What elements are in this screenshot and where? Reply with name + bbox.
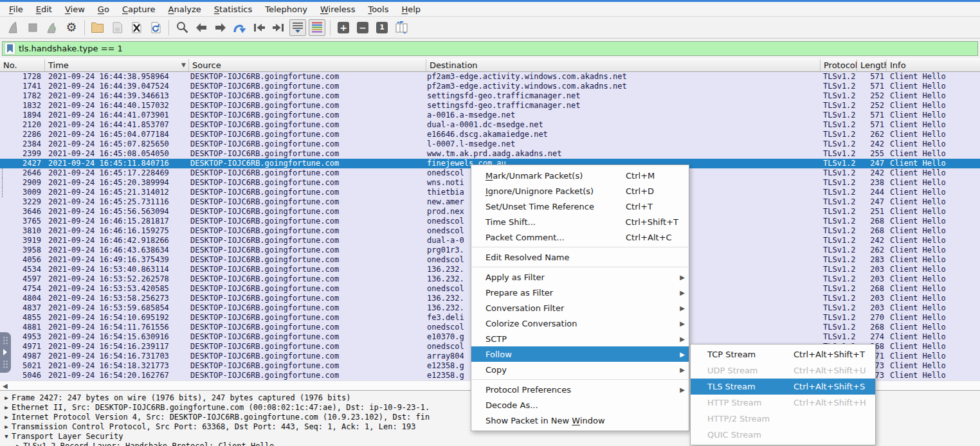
capture-options-icon[interactable]: ⚙ [62,19,80,37]
cell-no: 2427 [0,159,45,168]
packet-list-header: No. Time ▼ Source Destination Protocol L… [0,59,980,72]
context-menu-item-sctp[interactable]: SCTP▶ [471,331,689,346]
menu-capture[interactable]: Capture [116,3,162,15]
context-menu-item-apply-as-filter[interactable]: Apply as Filter▶ [471,269,689,285]
menu-statistics[interactable]: Statistics [208,3,259,15]
cell-time: 2021-09-24 16:44:40.157032 [45,101,189,111]
cell-src: DESKTOP-IOJC6RB.goingfortune.com [189,361,426,371]
go-first-icon[interactable] [250,19,268,37]
cell-time: 2021-09-24 16:46:16.159275 [45,226,189,236]
column-header-protocol[interactable]: Protocol [821,59,857,71]
open-file-icon[interactable] [89,19,107,37]
context-menu-item-colorize-conversation[interactable]: Colorize Conversation▶ [471,316,689,331]
packet-row[interactable]: 23842021-09-24 16:45:07.825650DESKTOP-IO… [0,139,980,149]
menu-telephony[interactable]: Telephony [259,3,314,15]
column-header-source[interactable]: Source [189,59,426,71]
cell-no: 3229 [0,197,45,207]
save-file-icon[interactable] [108,19,126,37]
collapsed-arrow-icon[interactable]: ▶ [1,422,12,432]
collapsed-arrow-icon[interactable]: ▶ [1,393,12,403]
cell-len: 251 [857,207,887,217]
close-file-icon[interactable] [127,19,145,37]
packet-row[interactable]: 22862021-09-24 16:45:04.077184DESKTOP-IO… [0,130,980,139]
resize-columns-icon[interactable] [392,19,410,37]
menu-view[interactable]: View [59,3,91,15]
context-menu-item-conversation-filter[interactable]: Conversation Filter▶ [471,300,689,316]
find-packet-icon[interactable] [173,19,191,37]
packet-row[interactable]: 17412021-09-24 16:44:39.047524DESKTOP-IO… [0,82,980,91]
submenu-item-tcp-stream[interactable]: TCP StreamCtrl+Alt+Shift+T [691,346,875,362]
packet-row[interactable]: 17282021-09-24 16:44:38.958964DESKTOP-IO… [0,72,980,82]
menu-analyze[interactable]: Analyze [162,3,208,15]
go-forward-icon[interactable] [212,19,230,37]
scroll-left-icon[interactable]: ◀ [0,382,8,389]
go-back-icon[interactable] [192,19,210,37]
context-menu-item-decode-as[interactable]: Decode As... [471,397,689,413]
column-header-time[interactable]: Time ▼ [45,59,189,71]
start-capture-icon[interactable] [5,19,23,37]
restart-capture-icon[interactable] [43,19,61,37]
context-menu-item-show-packet-in-new-window[interactable]: Show Packet in New Window [471,413,689,428]
packet-row[interactable]: 21202021-09-24 16:44:41.853707DESKTOP-IO… [0,120,980,130]
column-header-no[interactable]: No. [0,59,45,71]
context-menu-item-mark-unmark-packet-s[interactable]: Mark/Unmark Packet(s)Ctrl+M [471,168,689,183]
menu-file[interactable]: File [3,3,30,15]
cell-time: 2021-09-24 16:54:16.239117 [45,342,189,352]
context-menu-item-follow[interactable]: Follow▶ [471,346,689,362]
zoom-out-icon[interactable]: − [354,19,372,37]
submenu-arrow-icon: ▶ [678,335,685,343]
submenu-item-shortcut: Ctrl+Alt+Shift+H [794,398,870,407]
zoom-100-icon[interactable]: 1 [373,19,391,37]
cell-info: Client Hello [887,236,980,245]
context-menu-item-ignore-unignore-packet-s[interactable]: Ignore/Unignore Packet(s)Ctrl+D [471,183,689,199]
cell-no: 4837 [0,303,45,313]
reload-file-icon[interactable] [147,19,165,37]
submenu-item-tls-stream[interactable]: TLS StreamCtrl+Alt+Shift+S [691,379,875,395]
cell-no: 4804 [0,294,45,303]
packet-row[interactable]: 23992021-09-24 16:45:08.054050DESKTOP-IO… [0,149,980,159]
go-to-packet-icon[interactable] [231,19,249,37]
collapsed-arrow-icon[interactable]: ▶ [1,413,12,422]
context-menu-item-set-unset-time-reference[interactable]: Set/Unset Time ReferenceCtrl+T [471,199,689,214]
menu-item-label: Colorize Conversation [485,319,626,328]
menu-help[interactable]: Help [395,3,427,15]
go-last-icon[interactable] [269,19,287,37]
packet-row[interactable]: 17822021-09-24 16:44:39.346613DESKTOP-IO… [0,91,980,101]
menu-wireless[interactable]: Wireless [314,3,361,15]
menu-edit[interactable]: Edit [30,3,59,15]
zoom-in-icon[interactable]: + [334,19,352,37]
packet-row[interactable]: 18322021-09-24 16:44:40.157032DESKTOP-IO… [0,101,980,111]
edge-slide-handle[interactable] [0,332,11,373]
colorize-packets-icon[interactable] [308,19,326,37]
submenu-arrow-icon: ▶ [678,320,685,327]
menu-tools[interactable]: Tools [361,3,395,15]
cell-info: Client Hello [887,226,980,236]
auto-scroll-icon[interactable] [289,19,307,37]
collapsed-arrow-icon[interactable]: ▶ [13,442,23,446]
context-menu-item-time-shift[interactable]: Time Shift...Ctrl+Shift+T [471,214,689,229]
display-filter-input[interactable]: tls.handshake.type == 1 [2,41,978,56]
collapsed-arrow-icon[interactable]: ▶ [1,403,12,413]
cell-src: DESKTOP-IOJC6RB.goingfortune.com [189,284,426,294]
context-menu-item-prepare-as-filter[interactable]: Prepare as Filter▶ [471,285,689,300]
cell-proto: TLSv1.2 [821,245,857,255]
context-menu-item-edit-resolved-name[interactable]: Edit Resolved Name [471,249,689,265]
context-menu-item-protocol-preferences[interactable]: Protocol Preferences▶ [471,382,689,397]
column-header-length[interactable]: Length [857,59,887,71]
column-header-destination[interactable]: Destination [426,59,821,71]
menu-item-label: Mark/Unmark Packet(s) [485,171,626,181]
stop-capture-icon[interactable] [24,19,42,37]
context-menu-item-packet-comment[interactable]: Packet Comment...Ctrl+Alt+C [471,229,689,245]
expanded-arrow-icon[interactable]: ▼ [1,432,12,442]
context-menu-item-copy[interactable]: Copy▶ [471,362,689,377]
cell-len: 247 [857,197,887,207]
cell-len: 242 [857,168,887,178]
cell-src: DESKTOP-IOJC6RB.goingfortune.com [189,207,426,217]
cell-proto: TLSv1.2 [821,217,857,226]
cell-time: 2021-09-24 16:44:38.958964 [45,72,189,82]
cell-time: 2021-09-24 16:53:52.262578 [45,274,189,284]
column-header-info[interactable]: Info [887,59,980,71]
filter-bookmark-button[interactable] [5,42,15,55]
packet-row[interactable]: 18942021-09-24 16:44:41.073901DESKTOP-IO… [0,111,980,120]
menu-go[interactable]: Go [91,3,116,15]
